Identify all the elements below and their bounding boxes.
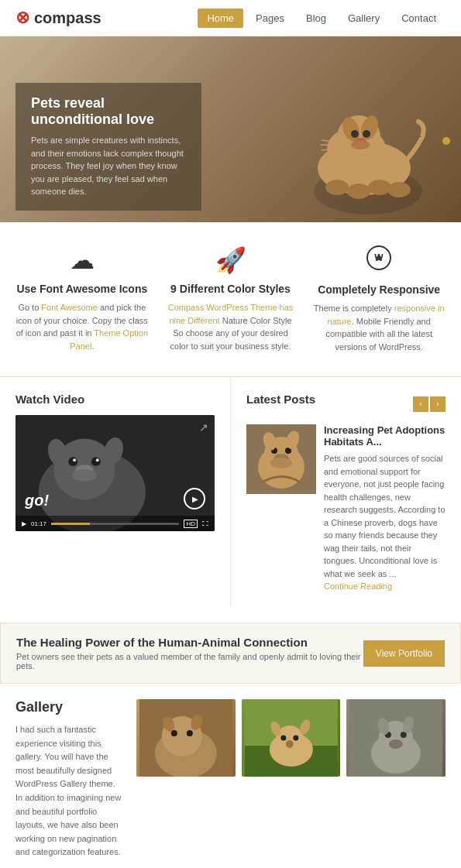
logo-text: compass: [34, 9, 101, 27]
gallery-img-1-svg: [136, 699, 236, 777]
hero-section: Pets reveal unconditional love Pets are …: [0, 36, 461, 222]
nav-home[interactable]: Home: [198, 9, 243, 28]
cloud-icon: ☁: [15, 245, 149, 275]
post-image: [246, 424, 316, 494]
compass-link[interactable]: Compass WordPress Theme has nine Differe…: [168, 303, 294, 325]
feature-2-title: 9 Different Color Styles: [164, 283, 298, 295]
latest-posts-next-button[interactable]: ›: [430, 396, 446, 412]
svg-point-53: [280, 736, 286, 741]
svg-point-6: [351, 130, 359, 138]
hero-dot: [442, 137, 450, 145]
video-thumbnail[interactable]: ↗ go! ▶ 01:17 HD ⛶: [15, 415, 215, 531]
healing-strip: The Healing Power of the Human-Animal Co…: [0, 623, 461, 684]
svg-point-7: [363, 130, 370, 138]
gallery-title: Gallery: [15, 699, 124, 715]
svg-point-55: [286, 740, 294, 748]
video-time: 01:17: [31, 520, 46, 527]
post-item: Increasing Pet Adoptions Habitats A... P…: [246, 424, 446, 592]
video-image: [15, 415, 215, 531]
svg-point-9: [351, 140, 370, 149]
video-play-button[interactable]: [184, 488, 205, 509]
post-content: Increasing Pet Adoptions Habitats A... P…: [324, 424, 446, 592]
gallery-image-1[interactable]: [136, 699, 236, 777]
video-go-text: go!: [25, 492, 49, 509]
svg-line-11: [320, 145, 345, 146]
gallery-text: Gallery I had such a fantastic experienc…: [15, 699, 124, 859]
svg-point-54: [293, 736, 298, 741]
hero-description: Pets are simple creatures with instincts…: [31, 134, 186, 198]
rocket-icon: 🚀: [164, 245, 298, 275]
feature-3-title: Completely Responsive: [312, 283, 446, 296]
nav-pages[interactable]: Pages: [246, 9, 294, 28]
feature-3: W Completely Responsive Theme is complet…: [312, 245, 446, 353]
video-play-small-icon[interactable]: ▶: [22, 520, 26, 527]
gallery-images: [136, 699, 446, 859]
gallery-description: I had such a fantastic experience visiti…: [15, 723, 124, 859]
navigation: Home Pages Blog Gallery Contact: [198, 9, 446, 28]
healing-desc: Pet owners see their pets as a valued me…: [16, 652, 363, 671]
svg-rect-48: [139, 699, 232, 777]
video-progress-bar[interactable]: [51, 523, 179, 525]
hero-title: Pets reveal unconditional love: [31, 95, 186, 128]
post-description: Pets are good sources of social and emot…: [324, 452, 446, 580]
svg-point-16: [387, 182, 411, 197]
gallery-img-2-svg: [242, 699, 341, 777]
svg-point-40: [270, 458, 292, 468]
latest-posts-section: Latest Posts ‹ ›: [231, 377, 461, 607]
latest-posts-prev-button[interactable]: ‹: [413, 396, 428, 412]
gallery-img-3-svg: [346, 699, 446, 777]
logo: ⊗ compass: [15, 8, 101, 28]
hero-dog-image: [244, 67, 446, 222]
responsive-link[interactable]: responsive in nature: [328, 304, 445, 326]
feature-2-desc: Compass WordPress Theme has nine Differe…: [164, 301, 298, 352]
feature-1: ☁ Use Font Awesome Icons Go to Font Awes…: [15, 245, 149, 353]
features-section: ☁ Use Font Awesome Icons Go to Font Awes…: [0, 222, 461, 376]
video-corner-icon: ↗: [199, 421, 208, 434]
view-portfolio-button[interactable]: View Portfolio: [363, 640, 445, 667]
gallery-inner: Gallery I had such a fantastic experienc…: [15, 699, 446, 859]
theme-option-link[interactable]: Theme Option Panel: [70, 328, 148, 351]
nav-blog[interactable]: Blog: [297, 9, 335, 28]
nav-contact[interactable]: Contact: [392, 9, 446, 28]
healing-text: The Healing Power of the Human-Animal Co…: [16, 636, 363, 671]
video-hd-label: HD: [184, 520, 198, 528]
wordpress-icon: W: [312, 245, 446, 276]
video-title: Watch Video: [15, 393, 215, 406]
logo-icon: ⊗: [15, 8, 29, 28]
post-title: Increasing Pet Adoptions Habitats A...: [324, 424, 446, 448]
header: ⊗ compass Home Pages Blog Gallery Contac…: [0, 0, 461, 36]
nav-gallery[interactable]: Gallery: [339, 9, 389, 28]
svg-point-15: [368, 180, 391, 195]
video-controls: ▶ 01:17 HD ⛶: [15, 516, 215, 531]
feature-1-desc: Go to Font Awesome and pick the icon of …: [15, 301, 149, 352]
latest-posts-title: Latest Posts: [246, 393, 315, 406]
latest-posts-navigation: ‹ ›: [413, 396, 446, 412]
hero-overlay: Pets reveal unconditional love Pets are …: [15, 83, 201, 211]
gallery-section: Gallery I had such a fantastic experienc…: [0, 684, 461, 868]
font-awesome-link[interactable]: Font Awesome: [41, 303, 98, 312]
feature-1-title: Use Font Awesome Icons: [15, 283, 149, 295]
two-col-section: Watch Video ↗ go! ▶ 01:1: [0, 377, 461, 623]
svg-text:W: W: [375, 252, 384, 263]
feature-2: 🚀 9 Different Color Styles Compass WordP…: [164, 245, 298, 353]
video-section: Watch Video ↗ go! ▶ 01:1: [0, 377, 231, 607]
svg-point-13: [325, 180, 349, 195]
post-thumbnail: [246, 424, 316, 494]
gallery-image-2[interactable]: [242, 699, 341, 777]
feature-3-desc: Theme is completely responsive in nature…: [312, 302, 446, 353]
svg-rect-66: [349, 699, 442, 777]
healing-title: The Healing Power of the Human-Animal Co…: [16, 636, 363, 649]
read-more-link[interactable]: Continue Reading: [324, 582, 392, 591]
video-fullscreen-icon[interactable]: ⛶: [202, 520, 208, 527]
svg-point-14: [347, 184, 370, 199]
video-progress-fill: [51, 523, 90, 525]
svg-rect-31: [15, 416, 215, 530]
latest-posts-header: Latest Posts ‹ ›: [246, 393, 446, 415]
gallery-image-3[interactable]: [346, 699, 446, 777]
